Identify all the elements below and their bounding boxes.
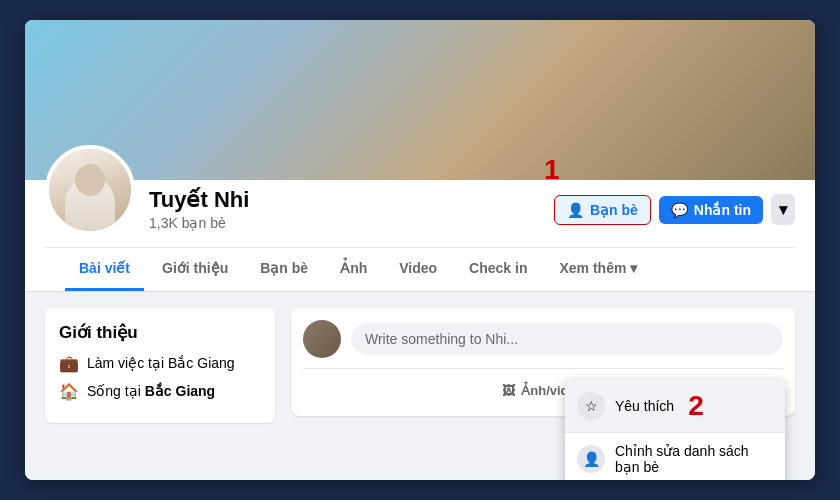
favorite-label: Yêu thích — [615, 398, 674, 414]
tab-videos[interactable]: Video — [385, 248, 451, 291]
profile-friends: 1,3K bạn bè — [149, 215, 554, 231]
friends-label: Bạn bè — [590, 202, 638, 218]
tab-friends[interactable]: Bạn bè — [246, 248, 322, 291]
avatar — [45, 145, 135, 235]
home-city: Bắc Giang — [145, 383, 215, 399]
number-badge-2: 2 — [688, 390, 704, 422]
tab-more[interactable]: Xem thêm ▾ — [545, 248, 651, 291]
profile-actions: 1 👤 Bạn bè 💬 Nhắn tin ▾ — [554, 194, 795, 225]
post-input[interactable]: Write something to Nhi... — [351, 323, 783, 355]
browser-frame: Tuyết Nhi 1,3K bạn bè 1 👤 Bạn bè 💬 Nhắn … — [25, 20, 815, 480]
intro-card: Giới thiệu 💼 Làm việc tại Bắc Giang 🏠 Số… — [45, 308, 275, 423]
profile-info: Tuyết Nhi 1,3K bạn bè — [149, 187, 554, 235]
post-box-top: Write something to Nhi... — [303, 320, 783, 358]
avatar-image — [49, 149, 131, 231]
home-row: 🏠 Sống tại Bắc Giang — [59, 381, 261, 401]
tabs: Bài viết Giới thiệu Bạn bè Ảnh Video Che… — [45, 247, 795, 291]
tab-about[interactable]: Giới thiệu — [148, 248, 242, 291]
home-icon: 🏠 — [59, 381, 79, 401]
number-badge-1: 1 — [544, 154, 560, 186]
left-column: Giới thiệu 💼 Làm việc tại Bắc Giang 🏠 Số… — [45, 308, 275, 464]
main-content: Giới thiệu 💼 Làm việc tại Bắc Giang 🏠 Số… — [25, 292, 815, 480]
star-icon: ☆ — [577, 392, 605, 420]
dropdown-button[interactable]: ▾ — [771, 194, 795, 225]
mini-avatar — [303, 320, 341, 358]
tab-photos[interactable]: Ảnh — [326, 248, 381, 291]
tab-checkin[interactable]: Check in — [455, 248, 541, 291]
profile-name: Tuyết Nhi — [149, 187, 554, 213]
friends-icon: 👤 — [567, 202, 584, 218]
work-row: 💼 Làm việc tại Bắc Giang — [59, 353, 261, 373]
avatar-wrapper — [45, 145, 135, 235]
edit-list-icon: 👤 — [577, 445, 605, 473]
cover-photo — [25, 20, 815, 180]
dropdown-item-edit-list[interactable]: 👤 Chỉnh sửa danh sách bạn bè — [565, 433, 785, 480]
briefcase-icon: 💼 — [59, 353, 79, 373]
dropdown-menu: ☆ Yêu thích 2 👤 Chỉnh sửa danh sách bạn … — [565, 380, 785, 480]
profile-row: Tuyết Nhi 1,3K bạn bè 1 👤 Bạn bè 💬 Nhắn … — [45, 180, 795, 247]
tab-posts[interactable]: Bài viết — [65, 248, 144, 291]
chevron-down-icon: ▾ — [779, 200, 787, 219]
intro-title: Giới thiệu — [59, 322, 261, 343]
friends-button[interactable]: 👤 Bạn bè — [554, 195, 651, 225]
work-text: Làm việc tại Bắc Giang — [87, 355, 235, 371]
messenger-icon: 💬 — [671, 202, 688, 218]
profile-section: Tuyết Nhi 1,3K bạn bè 1 👤 Bạn bè 💬 Nhắn … — [25, 180, 815, 292]
edit-list-label: Chỉnh sửa danh sách bạn bè — [615, 443, 773, 475]
home-text: Sống tại Bắc Giang — [87, 383, 215, 399]
photo-icon: 🖼 — [502, 383, 515, 398]
dropdown-item-favorite[interactable]: ☆ Yêu thích 2 — [565, 380, 785, 432]
message-label: Nhắn tin — [694, 202, 751, 218]
message-button[interactable]: 💬 Nhắn tin — [659, 196, 763, 224]
